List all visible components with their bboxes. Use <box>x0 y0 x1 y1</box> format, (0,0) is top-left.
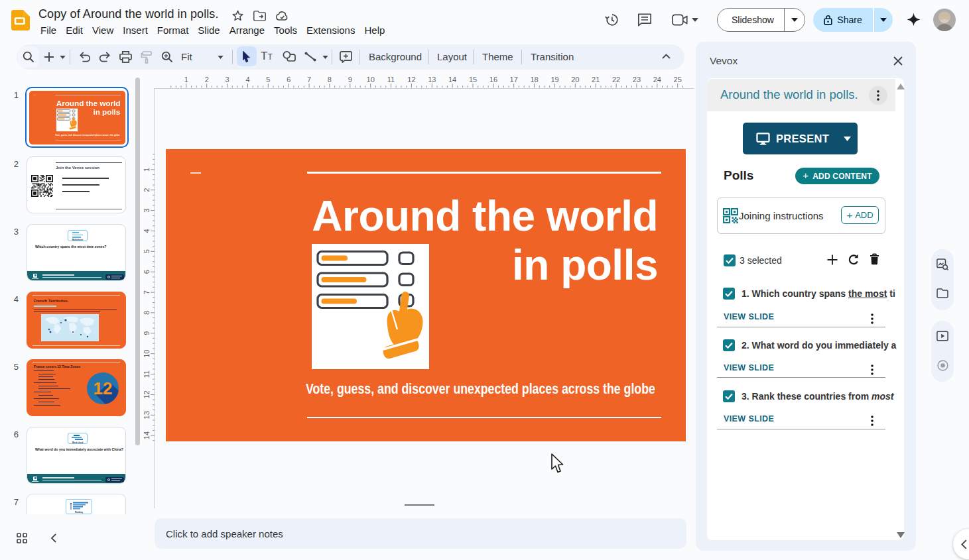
svg-text:6: 6 <box>143 270 151 274</box>
svg-text:8: 8 <box>143 311 151 315</box>
svg-text:2: 2 <box>143 188 151 192</box>
svg-text:21: 21 <box>592 76 600 84</box>
svg-text:1: 1 <box>184 76 188 84</box>
svg-text:5: 5 <box>266 76 270 84</box>
svg-text:13: 13 <box>143 411 151 419</box>
svg-text:2: 2 <box>205 76 209 84</box>
svg-text:18: 18 <box>530 76 538 84</box>
svg-text:25: 25 <box>674 76 682 84</box>
svg-text:10: 10 <box>143 350 151 358</box>
svg-text:14: 14 <box>143 431 151 439</box>
svg-text:8: 8 <box>328 76 332 84</box>
svg-text:11: 11 <box>387 76 395 84</box>
svg-text:24: 24 <box>653 76 661 84</box>
svg-text:12: 12 <box>407 76 415 84</box>
svg-text:19: 19 <box>550 76 558 84</box>
svg-text:7: 7 <box>307 76 311 84</box>
svg-text:3: 3 <box>143 209 151 213</box>
svg-text:5: 5 <box>143 249 151 253</box>
svg-text:23: 23 <box>633 76 641 84</box>
svg-text:12: 12 <box>94 378 113 398</box>
svg-text:3: 3 <box>226 76 229 84</box>
svg-text:22: 22 <box>612 76 620 84</box>
svg-text:4: 4 <box>245 76 249 84</box>
svg-text:7: 7 <box>143 290 151 294</box>
svg-text:9: 9 <box>348 76 352 84</box>
svg-text:4: 4 <box>143 229 151 233</box>
svg-text:15: 15 <box>469 76 477 84</box>
svg-text:12: 12 <box>143 390 151 398</box>
svg-text:16: 16 <box>489 76 497 84</box>
svg-text:20: 20 <box>571 76 579 84</box>
svg-text:1: 1 <box>143 168 151 172</box>
svg-text:13: 13 <box>428 76 436 84</box>
svg-text:9: 9 <box>143 331 151 335</box>
svg-text:17: 17 <box>510 76 518 84</box>
svg-text:11: 11 <box>143 370 151 378</box>
svg-text:10: 10 <box>367 76 375 84</box>
svg-text:14: 14 <box>448 76 456 84</box>
svg-text:6: 6 <box>287 76 291 84</box>
